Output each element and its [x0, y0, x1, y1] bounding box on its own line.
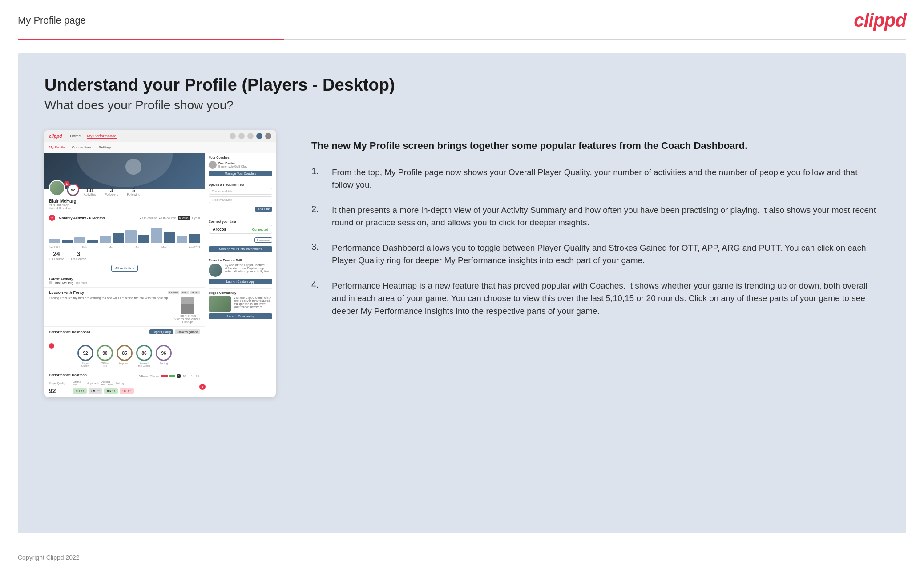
mockup-heatmap-col-label-around: Around the Green [101, 381, 114, 386]
mockup-heatmap-val-approach[interactable]: 85 ↑↑ [89, 388, 102, 394]
mockup-toggle-btns: Player Quality Strokes gained [149, 329, 200, 334]
mockup-ring-label-92: PlayerQuality [77, 362, 93, 367]
mockup-activity-title-row: 2 Monthly Activity - 6 Months [49, 215, 105, 221]
mockup-launch-community-btn[interactable]: Launch Community [209, 313, 272, 319]
mockup-icon-3 [247, 133, 254, 139]
mockup-heatmap-col-label-putting: Putting [116, 382, 128, 385]
mockup-manage-integrations-btn[interactable]: Manage Your Data Integrations [209, 246, 272, 252]
right-col: The new My Profile screen brings togethe… [311, 130, 880, 330]
mockup-heatmap-col-label-quality: Player Quality [49, 382, 71, 385]
mockup-toggle-player-quality[interactable]: Player Quality [149, 329, 174, 334]
mockup-stat-following: 5 Following [127, 188, 141, 196]
mockup-lesson-figure-col: 01h : 30 min Videos and Videos 1 image [174, 297, 200, 324]
header-divider [18, 39, 906, 40]
mockup-ring-item-85[interactable]: 85 Approach [117, 345, 133, 367]
mockup-perf-title-row: Performance Dashboard [49, 330, 90, 334]
mockup-practice-text: By one of the Clippd Capture videos in a… [225, 264, 272, 277]
mockup-logo: clippd [49, 134, 62, 139]
mockup-bar-4 [87, 240, 98, 243]
mockup-manage-coaches-btn[interactable]: Manage Your Coaches [209, 171, 272, 176]
mockup-on-course-count: 24 On Course [49, 250, 64, 260]
mockup-subnav: My Profile Connections Settings [44, 142, 276, 153]
mockup-heatmap-val-around[interactable]: 86 ↑↑ [104, 388, 118, 394]
mockup-ring-item-86[interactable]: 86 Aroundthe Green [136, 345, 152, 367]
mockup-arccos-box: Arccos Connected [209, 225, 272, 234]
mockup-community-image [209, 296, 231, 312]
mockup-nav: Home My Performance [70, 134, 116, 139]
mockup-heatmap-col-label-approach: Approach [87, 382, 100, 385]
list-item-3: 3. Performance Dashboard allows you to t… [311, 242, 880, 267]
mockup-stat-followers: 3 Followers [105, 188, 118, 196]
mockup-community-text: Visit the Clippd Community and discover … [234, 296, 272, 312]
mockup-toggle-strokes-gained[interactable]: Strokes gained [175, 329, 200, 334]
mockup-lesson-title: Lesson with Fonty [49, 290, 84, 295]
mockup-all-activities-btn[interactable]: All Activities [49, 263, 200, 271]
mockup-heatmap-val-off-tee[interactable]: 90 ↑↑ [73, 388, 87, 394]
mockup-disconnect-btn[interactable]: Disconnect [254, 237, 272, 243]
mockup-heatmap-val-putting[interactable]: 96 ↑↑ [120, 388, 133, 394]
mockup-subnav-settings[interactable]: Settings [99, 144, 112, 151]
mockup-activity-subtext: see more [76, 281, 87, 284]
mockup-trackman-input[interactable]: Trackman Link [209, 188, 272, 195]
two-col-layout: clippd Home My Performance My [44, 130, 880, 397]
mockup-nav-my-performance[interactable]: My Performance [87, 134, 116, 139]
mockup-activity-section: 2 Monthly Activity - 6 Months ● On-cours… [44, 212, 205, 274]
mockup-heatmap-btn-20[interactable]: 20 [194, 374, 200, 378]
mockup-practice-item: By one of the Clippd Capture videos in a… [209, 264, 272, 277]
mockup-subnav-my-profile[interactable]: My Profile [49, 144, 65, 151]
mockup-arccos-name: Arccos [213, 227, 226, 232]
mockup-chart-label-6: Aug 2021 [189, 246, 200, 248]
mockup-trackman-link-field[interactable]: Trackman Link [209, 196, 272, 203]
mockup-ring-92: 92 [77, 345, 93, 361]
mockup-perf-header: Performance Dashboard Player Quality Str… [49, 329, 200, 334]
mockup-filter-6m[interactable]: 6 Mths [178, 216, 190, 220]
mockup-upload-section: Upload a Trackman Test Trackman Link Tra… [209, 180, 272, 213]
list-text-2: It then presents a more in-depth view of… [332, 204, 880, 229]
mockup-coach-avatar [209, 161, 217, 169]
mockup-nav-home[interactable]: Home [70, 134, 81, 139]
mockup-add-link-btn[interactable]: Add Link [255, 207, 272, 212]
mockup-bar-3 [74, 237, 85, 243]
mockup-subnav-connections[interactable]: Connections [72, 144, 92, 151]
mockup-bar-12 [189, 234, 200, 243]
mockup-bar-6 [113, 233, 124, 243]
mockup-ring-item-92[interactable]: 92 PlayerQuality [77, 345, 93, 367]
mockup-coach-club: Barnehyde Golf Club [218, 165, 247, 168]
mockup-badge-2: 2 [49, 215, 55, 221]
mockup-on-off-counts: 24 On Course 3 Off Course [49, 249, 200, 261]
mockup-heatmap-btn-10[interactable]: 10 [182, 374, 187, 378]
mockup-heatmap-btn-15[interactable]: 15 [188, 374, 194, 378]
mockup-lesson-tag-3: PUTT [190, 291, 200, 294]
mockup-ring-86: 86 [136, 345, 152, 361]
page-heading: Understand your Profile (Players - Deskt… [44, 76, 880, 95]
mockup-lesson-header: Lesson with Fonty Lesson ARG PUTT [49, 290, 200, 295]
mockup-heatmap-labels-row: Player Quality Off the Tee Approach Arou… [49, 381, 200, 386]
mockup-filter-row: ● On-course ● Off-course 6 Mths 1 year [140, 216, 200, 220]
mockup-coaches-section: Your Coaches Dan Davies Barnehyde Golf C… [209, 156, 272, 176]
mockup-container: clippd Home My Performance My [44, 130, 276, 397]
mockup-lesson-figure [181, 297, 194, 314]
page-title: My Profile page [18, 15, 86, 26]
mockup-ring-item-96[interactable]: 96 Putting [156, 345, 172, 367]
mockup-activity-dot [49, 281, 52, 284]
mockup-ring-item-90[interactable]: 90 Off theTee [97, 345, 113, 367]
mockup-filter-1y[interactable]: 1 year [192, 216, 200, 220]
mockup-heatmap-btn-5[interactable]: 5 [177, 374, 181, 378]
mockup-avatar-inner [50, 181, 64, 195]
mockup-icon-2 [238, 133, 245, 139]
mockup-chart-label-5: May [161, 246, 166, 248]
mockup-coach-name: Dan Davies [218, 162, 247, 165]
mockup-lesson-meta-images: 1 image [182, 321, 193, 324]
list-number-1: 1. [311, 166, 325, 176]
mockup-bar-5 [100, 236, 111, 243]
mockup-upload-title: Upload a Trackman Test [209, 183, 272, 186]
main-content: Understand your Profile (Players - Deskt… [18, 53, 906, 533]
mockup-heatmap-rounds-label: 5 Round Change: [139, 375, 160, 377]
right-intro-text: The new My Profile screen brings togethe… [311, 139, 880, 153]
mockup-practice-title: Record a Practice Drill [209, 259, 272, 262]
mockup-activity-header: 2 Monthly Activity - 6 Months ● On-cours… [49, 215, 200, 221]
mockup-name-area: Blair McHarg Plus Handicap United Kingdo… [44, 199, 205, 212]
mockup-chart-label-1: Jan 2021 [49, 246, 60, 248]
mockup-chart-label-3: Mar [109, 246, 113, 248]
mockup-launch-capture-btn[interactable]: Launch Capture App [209, 279, 272, 284]
